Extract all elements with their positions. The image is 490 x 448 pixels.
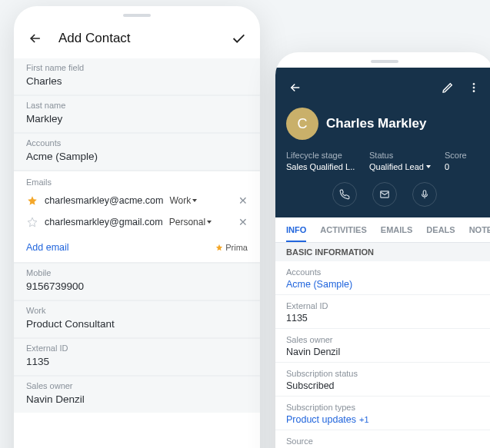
email-type-select[interactable]: Work [169, 195, 231, 206]
field-value: Charles [26, 75, 248, 87]
more-vertical-icon[interactable] [465, 78, 483, 97]
info-label: Source [286, 436, 483, 446]
email-row-primary[interactable]: charlesmarkley@acme.com Work ✕ [26, 190, 248, 211]
info-label: Subscription types [286, 403, 483, 412]
field-label: Accounts [26, 138, 248, 148]
contact-header: C Charles Markley Lifecycle stage Sales … [275, 68, 490, 217]
tab-notes[interactable]: NOTES [469, 225, 490, 242]
tab-info[interactable]: INFO [286, 225, 306, 242]
field-value: Navin Denzil [26, 393, 248, 405]
contact-name: Charles Markley [326, 116, 426, 131]
chevron-down-icon [426, 165, 431, 168]
email-type-select[interactable]: Personal [169, 217, 231, 227]
back-arrow-icon[interactable] [286, 78, 305, 97]
field-value: Product Consultant [26, 318, 248, 330]
email-row[interactable]: charlesmarkley@gmail.com Personal ✕ [26, 211, 248, 233]
add-email-row: Add email Prima [14, 236, 260, 262]
tabs: INFO ACTIVITIES EMAILS DEALS NOTES TA [275, 217, 490, 243]
chevron-down-icon [192, 199, 197, 202]
header: Add Contact [14, 22, 260, 58]
last-name-field[interactable]: Last name Markley [14, 96, 260, 132]
field-value: Markley [26, 113, 248, 124]
info-sales-owner: Sales owner Navin Denzil [275, 329, 490, 363]
remove-email-icon[interactable]: ✕ [237, 216, 248, 228]
chevron-down-icon [207, 221, 212, 224]
edit-pencil-icon[interactable] [438, 78, 457, 97]
email-button[interactable] [372, 182, 397, 207]
mobile-field[interactable]: Mobile 9156739900 [14, 264, 260, 300]
email-address: charlesmarkley@acme.com [45, 195, 163, 206]
sales-owner-field[interactable]: Sales owner Navin Denzil [14, 377, 260, 413]
info-value: 1135 [286, 313, 483, 324]
lifecycle-stage-select[interactable]: Lifecycle stage Sales Qualified L... [286, 151, 355, 171]
more-count: +1 [359, 415, 369, 424]
mic-button[interactable] [412, 182, 437, 207]
tab-deals[interactable]: DEALS [426, 225, 455, 242]
tab-activities[interactable]: ACTIVITIES [320, 225, 367, 242]
emails-section: Emails charlesmarkley@acme.com Work ✕ ch… [14, 171, 260, 236]
field-value: 9156739900 [26, 280, 248, 292]
notch [371, 60, 398, 63]
svg-rect-4 [423, 191, 426, 195]
svg-point-1 [473, 87, 475, 88]
svg-point-0 [473, 83, 475, 85]
call-button[interactable] [332, 182, 357, 207]
field-label: Emails [26, 178, 248, 187]
external-id-field[interactable]: External ID 1135 [14, 339, 260, 375]
score-display: Score 0 [445, 151, 467, 171]
phone-contact-detail: C Charles Markley Lifecycle stage Sales … [275, 52, 490, 448]
name-row: C Charles Markley [286, 108, 483, 140]
info-value: Subscribed [286, 380, 483, 391]
info-label: Subscription status [286, 369, 483, 378]
meta-row: Lifecycle stage Sales Qualified L... Sta… [286, 151, 483, 171]
svg-point-2 [473, 91, 475, 92]
add-email-link[interactable]: Add email [26, 242, 69, 253]
first-name-field[interactable]: First name field Charles [14, 58, 260, 95]
notch [123, 14, 151, 17]
info-value: Acme (Sample) [286, 279, 483, 290]
star-outline-icon[interactable] [26, 216, 38, 228]
info-value: Product updates+1 [286, 414, 483, 425]
field-value: Acme (Sample) [26, 151, 248, 162]
info-label: Accounts [286, 267, 483, 277]
info-subscription-types[interactable]: Subscription types Product updates+1 [275, 397, 490, 430]
phone-add-contact: Add Contact First name field Charles Las… [14, 6, 260, 448]
field-label: First name field [26, 63, 248, 72]
tab-emails[interactable]: EMAILS [381, 225, 413, 242]
quick-actions [286, 182, 483, 210]
star-filled-icon[interactable] [26, 194, 38, 207]
section-title: BASIC INFORMATION [275, 243, 490, 261]
back-arrow-icon[interactable] [26, 29, 45, 48]
work-field[interactable]: Work Product Consultant [14, 301, 260, 337]
email-address: charlesmarkley@gmail.com [45, 217, 163, 227]
info-source: Source Email [275, 430, 490, 448]
info-accounts[interactable]: Accounts Acme (Sample) [275, 261, 490, 295]
header-actions [286, 78, 483, 97]
status-select[interactable]: Status Qualified Lead [369, 151, 431, 171]
info-external-id: External ID 1135 [275, 295, 490, 329]
info-label: Sales owner [286, 335, 483, 344]
info-label: External ID [286, 301, 483, 310]
info-value: Navin Denzil [286, 347, 483, 357]
info-subscription-status: Subscription status Subscribed [275, 363, 490, 397]
field-label: Sales owner [26, 381, 248, 390]
confirm-check-icon[interactable] [229, 29, 248, 48]
field-label: Mobile [26, 268, 248, 277]
primary-badge: Prima [215, 243, 248, 252]
avatar: C [286, 108, 318, 140]
field-label: Work [26, 306, 248, 315]
field-label: External ID [26, 343, 248, 353]
field-value: 1135 [26, 356, 248, 367]
remove-email-icon[interactable]: ✕ [237, 194, 248, 207]
accounts-field[interactable]: Accounts Acme (Sample) [14, 134, 260, 170]
field-label: Last name [26, 101, 248, 110]
page-title: Add Contact [58, 31, 229, 46]
